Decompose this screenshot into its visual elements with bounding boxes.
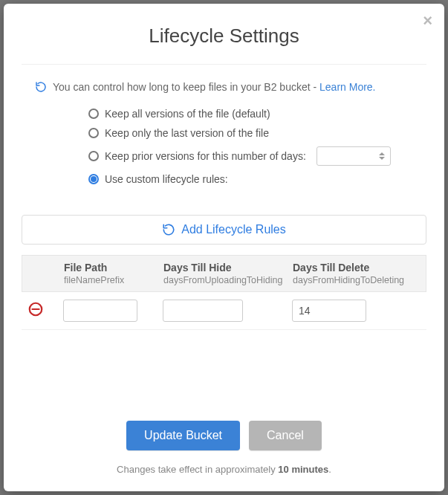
prior-days-input[interactable] bbox=[316, 146, 391, 166]
col-days-hide-title: Days Till Hide bbox=[163, 262, 290, 274]
option-custom-rules[interactable]: Use custom lifecycle rules: bbox=[88, 173, 426, 185]
col-file-path-title: File Path bbox=[64, 262, 160, 274]
add-lifecycle-rules-button[interactable]: Add Lifecycle Rules bbox=[22, 215, 426, 245]
days-till-delete-input[interactable] bbox=[292, 300, 366, 322]
col-days-delete-title: Days Till Delete bbox=[293, 262, 420, 274]
option-label: Keep only the last version of the file bbox=[105, 127, 269, 139]
col-days-hide-sub: daysFromUploadingToHiding bbox=[163, 275, 290, 285]
divider bbox=[22, 64, 426, 65]
add-rules-label: Add Lifecycle Rules bbox=[181, 223, 286, 236]
lifecycle-icon bbox=[35, 81, 47, 93]
remove-row-icon[interactable] bbox=[27, 301, 44, 317]
option-keep-all[interactable]: Keep all versions of the file (default) bbox=[88, 108, 426, 120]
lifecycle-icon bbox=[162, 223, 175, 236]
option-label: Keep all versions of the file (default) bbox=[105, 108, 270, 120]
lifecycle-options: Keep all versions of the file (default) … bbox=[22, 108, 426, 185]
footnote: Changes take effect in approximately 10 … bbox=[4, 464, 444, 475]
col-days-delete-sub: daysFromHidingToDeleting bbox=[293, 275, 420, 285]
option-keep-prior[interactable]: Keep prior versions for this number of d… bbox=[88, 146, 426, 166]
option-label: Use custom lifecycle rules: bbox=[105, 173, 228, 185]
file-path-input[interactable] bbox=[63, 300, 137, 322]
rules-table-header: File Path fileNamePrefix Days Till Hide … bbox=[22, 255, 426, 292]
lifecycle-settings-modal: × Lifecycle Settings You can control how… bbox=[4, 4, 444, 491]
learn-more-link[interactable]: Learn More. bbox=[319, 81, 375, 93]
close-icon[interactable]: × bbox=[423, 13, 432, 29]
cancel-button[interactable]: Cancel bbox=[249, 421, 322, 450]
option-keep-last[interactable]: Keep only the last version of the file bbox=[88, 127, 426, 139]
radio-icon[interactable] bbox=[88, 151, 99, 161]
radio-icon[interactable] bbox=[88, 109, 99, 119]
radio-icon[interactable] bbox=[88, 128, 99, 138]
modal-title: Lifecycle Settings bbox=[22, 25, 426, 48]
intro-message: You can control how long to keep files i… bbox=[53, 81, 319, 93]
table-row bbox=[22, 292, 426, 330]
modal-footer: Update Bucket Cancel Changes take effect… bbox=[4, 421, 444, 475]
radio-icon[interactable] bbox=[88, 174, 99, 184]
update-bucket-button[interactable]: Update Bucket bbox=[126, 421, 240, 450]
intro-text: You can control how long to keep files i… bbox=[22, 81, 426, 93]
option-label: Keep prior versions for this number of d… bbox=[105, 150, 306, 162]
col-file-path-sub: fileNamePrefix bbox=[64, 275, 160, 285]
days-till-hide-input[interactable] bbox=[163, 300, 243, 322]
